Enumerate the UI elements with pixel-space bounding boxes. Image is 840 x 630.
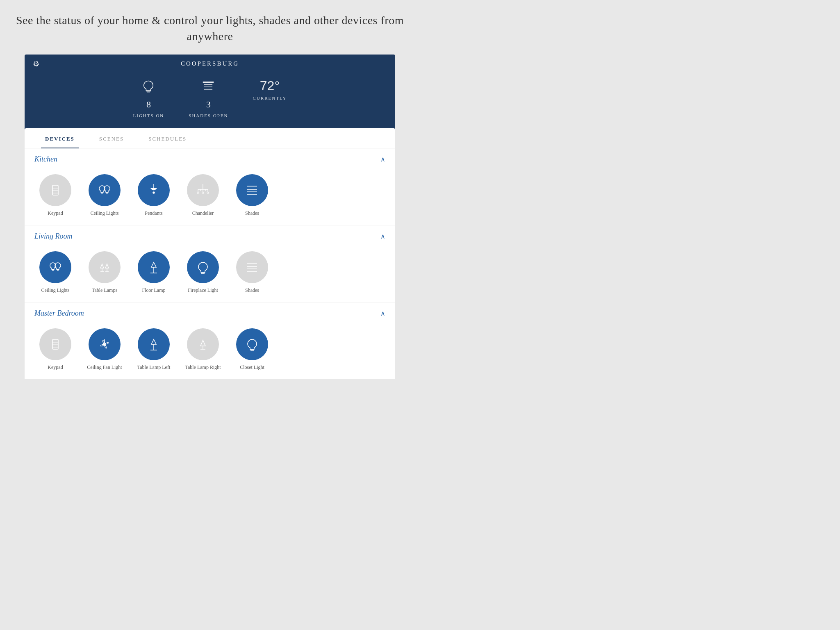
shades-kitchen-icon-circle	[236, 174, 268, 206]
device-ceiling-fan-light[interactable]: Ceiling Fan Light	[82, 328, 127, 371]
lights-label: Lights On	[133, 113, 164, 118]
device-ceiling-lights-kitchen[interactable]: Ceiling Lights	[82, 174, 127, 217]
closet-light-label: Closet Light	[240, 364, 264, 371]
device-table-lamp-right[interactable]: Table Lamp Right	[180, 328, 225, 371]
shades-kitchen-label: Shades	[245, 210, 259, 217]
shades-lr-icon-circle	[236, 251, 268, 283]
device-ceiling-lights-lr[interactable]: Ceiling Lights	[33, 251, 78, 294]
master-bedroom-chevron-icon: ∧	[380, 309, 385, 317]
status-shades[interactable]: 3 Shades Open	[189, 79, 228, 118]
table-lamp-left-icon-circle	[138, 328, 170, 360]
device-keypad-mb[interactable]: Keypad	[33, 328, 78, 371]
shades-status-icon	[201, 79, 216, 96]
light-bulb-icon	[141, 79, 156, 96]
device-shades-kitchen[interactable]: Shades	[230, 174, 275, 217]
lights-number: 8	[146, 99, 151, 110]
table-lamp-left-label: Table Lamp Left	[137, 364, 170, 371]
gear-icon[interactable]: ⚙	[33, 59, 39, 68]
temp-number-display: 72°	[260, 79, 280, 92]
floor-lamp-icon-circle	[138, 251, 170, 283]
kitchen-header[interactable]: Kitchen ∧	[25, 148, 395, 170]
ceiling-lights-lr-label: Ceiling Lights	[41, 287, 70, 294]
shades-lr-label: Shades	[245, 287, 259, 294]
ceiling-lights-lr-icon-circle	[39, 251, 71, 283]
master-bedroom-devices: Keypad Ceiling Fan Light	[25, 324, 395, 379]
page-header: See the status of your home & control yo…	[0, 0, 420, 55]
device-closet-light[interactable]: Closet Light	[230, 328, 275, 371]
section-living-room: Living Room ∧ Ceiling Lights	[25, 225, 395, 302]
device-chandelier[interactable]: Chandelier	[180, 174, 225, 217]
app-title: Coopersburg	[181, 60, 239, 67]
kitchen-chevron-icon: ∧	[380, 155, 385, 163]
table-lamps-icon-circle	[89, 251, 121, 283]
shades-number: 3	[206, 99, 211, 110]
fireplace-light-icon-circle	[187, 251, 219, 283]
keypad-kitchen-icon-circle	[39, 174, 71, 206]
keypad-mb-icon-circle	[39, 328, 71, 360]
device-table-lamps[interactable]: Table Lamps	[82, 251, 127, 294]
chandelier-icon-circle	[187, 174, 219, 206]
living-room-header[interactable]: Living Room ∧	[25, 225, 395, 247]
keypad-mb-label: Keypad	[48, 364, 63, 371]
tab-devices[interactable]: DEVICES	[33, 128, 87, 148]
ceiling-lights-kitchen-label: Ceiling Lights	[91, 210, 119, 217]
ceiling-fan-icon-circle	[89, 328, 121, 360]
living-room-devices: Ceiling Lights Table Lamps	[25, 247, 395, 302]
section-master-bedroom: Master Bedroom ∧ Keypad	[25, 302, 395, 380]
floor-lamp-label: Floor Lamp	[142, 287, 166, 294]
device-floor-lamp[interactable]: Floor Lamp	[131, 251, 176, 294]
living-room-title: Living Room	[34, 232, 73, 241]
status-lights[interactable]: 8 Lights On	[133, 79, 164, 118]
master-bedroom-title: Master Bedroom	[34, 309, 84, 318]
device-shades-lr[interactable]: Shades	[230, 251, 275, 294]
living-room-chevron-icon: ∧	[380, 232, 385, 240]
table-lamp-right-icon-circle	[187, 328, 219, 360]
device-pendants[interactable]: Pendants	[131, 174, 176, 217]
tab-scenes[interactable]: SCENES	[87, 128, 136, 148]
master-bedroom-header[interactable]: Master Bedroom ∧	[25, 302, 395, 324]
fireplace-light-label: Fireplace Light	[188, 287, 218, 294]
status-bar: 8 Lights On 3 Shades Open 72° Currently	[25, 73, 395, 128]
keypad-kitchen-label: Keypad	[48, 210, 63, 217]
app-header: ⚙ Coopersburg	[25, 55, 395, 73]
ceiling-fan-label: Ceiling Fan Light	[87, 364, 122, 371]
device-table-lamp-left[interactable]: Table Lamp Left	[131, 328, 176, 371]
temp-label: Currently	[253, 96, 287, 100]
shades-label: Shades Open	[189, 113, 228, 118]
main-panel: DEVICES SCENES SCHEDULES Kitchen ∧	[25, 128, 395, 379]
device-fireplace-light[interactable]: Fireplace Light	[180, 251, 225, 294]
pendants-icon-circle	[138, 174, 170, 206]
kitchen-title: Kitchen	[34, 155, 57, 164]
table-lamp-right-label: Table Lamp Right	[185, 364, 221, 371]
page-tagline: See the status of your home & control yo…	[8, 12, 412, 44]
tab-schedules[interactable]: SCHEDULES	[136, 128, 199, 148]
app-container: ⚙ Coopersburg 8 Lights On	[25, 55, 395, 379]
page-wrapper: See the status of your home & control yo…	[0, 0, 420, 379]
kitchen-devices: Keypad Ceiling Lights	[25, 170, 395, 225]
pendants-label: Pendants	[145, 210, 162, 217]
closet-light-icon-circle	[236, 328, 268, 360]
tabs-bar: DEVICES SCENES SCHEDULES	[25, 128, 395, 148]
chandelier-label: Chandelier	[192, 210, 214, 217]
status-temp[interactable]: 72° Currently	[253, 79, 287, 118]
table-lamps-label: Table Lamps	[92, 287, 117, 294]
device-keypad-kitchen[interactable]: Keypad	[33, 174, 78, 217]
ceiling-lights-kitchen-icon-circle	[89, 174, 121, 206]
section-kitchen: Kitchen ∧ Keypad	[25, 148, 395, 225]
